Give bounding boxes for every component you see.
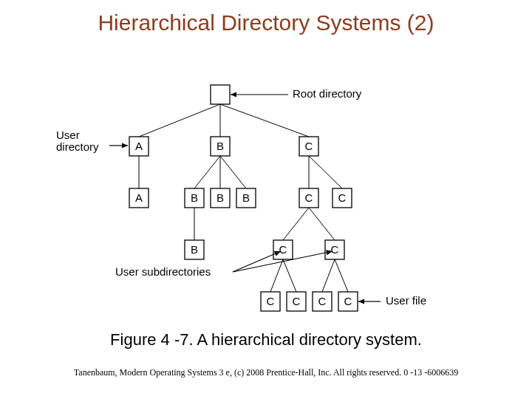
diagram-stage: ABCABBBCCBCCCCCCRoot directoryUserdirect… bbox=[44, 81, 488, 318]
svg-text:C: C bbox=[318, 295, 327, 307]
annotation-label: Root directory bbox=[293, 87, 362, 100]
copyright-footer: Tanenbaum, Modern Operating Systems 3 e,… bbox=[0, 367, 532, 378]
node-C6: C bbox=[287, 292, 306, 311]
svg-text:C: C bbox=[293, 295, 301, 307]
svg-text:C: C bbox=[305, 191, 313, 204]
svg-text:C: C bbox=[344, 295, 352, 307]
node-C5: C bbox=[261, 292, 280, 311]
node-B4: B bbox=[185, 240, 204, 259]
svg-text:C: C bbox=[279, 243, 287, 256]
node-C7: C bbox=[313, 292, 332, 311]
node-C4: C bbox=[325, 240, 344, 259]
node-B3: B bbox=[236, 188, 256, 208]
annotation-label: User file bbox=[386, 294, 426, 307]
svg-text:C: C bbox=[305, 140, 313, 152]
figure-caption: Figure 4 -7. A hierarchical directory sy… bbox=[0, 330, 532, 349]
node-C1: C bbox=[299, 188, 318, 208]
node-B1: B bbox=[185, 188, 204, 208]
svg-text:C: C bbox=[331, 243, 339, 256]
node-A1: A bbox=[129, 188, 149, 208]
slide-title: Hierarchical Directory Systems (2) bbox=[0, 10, 532, 35]
tree-edge bbox=[270, 259, 283, 292]
svg-rect-0 bbox=[211, 85, 230, 104]
node-A: A bbox=[129, 137, 149, 156]
node-B2: B bbox=[211, 188, 230, 208]
svg-text:C: C bbox=[338, 191, 347, 204]
tree-edge bbox=[283, 208, 309, 240]
node-C: C bbox=[299, 137, 318, 156]
svg-text:A: A bbox=[135, 140, 143, 152]
tree-edge bbox=[322, 259, 335, 292]
tree-edge bbox=[220, 156, 246, 188]
node-C8: C bbox=[338, 292, 358, 311]
annotation-label: User subdirectories bbox=[115, 265, 211, 278]
node-C3: C bbox=[273, 240, 293, 259]
svg-text:A: A bbox=[135, 191, 143, 204]
root-node bbox=[211, 85, 230, 104]
svg-text:B: B bbox=[191, 191, 198, 204]
svg-text:C: C bbox=[267, 295, 275, 307]
svg-text:B: B bbox=[242, 191, 250, 204]
svg-text:B: B bbox=[191, 243, 198, 256]
tree-edge bbox=[283, 259, 296, 292]
tree-edge bbox=[309, 156, 342, 188]
node-B: B bbox=[211, 137, 230, 156]
annotation-label: directory bbox=[56, 140, 99, 153]
annotation-arrow bbox=[233, 251, 281, 272]
svg-text:B: B bbox=[216, 191, 224, 204]
tree-edge bbox=[139, 104, 220, 137]
tree-edge bbox=[335, 259, 348, 292]
annotation-label: User bbox=[56, 129, 80, 141]
tree-edge bbox=[309, 208, 335, 240]
tree-edge bbox=[194, 156, 220, 188]
tree-edge bbox=[220, 104, 309, 137]
svg-text:B: B bbox=[216, 140, 224, 152]
directory-tree-diagram: ABCABBBCCBCCCCCCRoot directoryUserdirect… bbox=[44, 81, 488, 318]
node-C2: C bbox=[332, 188, 352, 208]
